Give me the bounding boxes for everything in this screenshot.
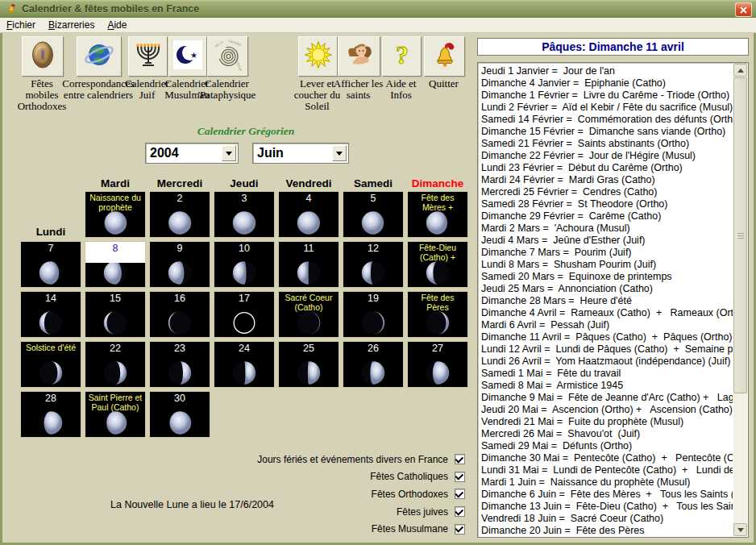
holiday-list-item[interactable]: Mardi 24 Février = Mardi Gras (Catho) (480, 174, 733, 186)
day-number: 23 (150, 343, 210, 354)
calendar-day-cell[interactable]: 14 (20, 291, 81, 338)
calendar-day-cell[interactable]: 9 (149, 241, 210, 288)
holiday-list-item[interactable]: Samedi 1 Mai = Fête du travail (480, 368, 733, 380)
holiday-list-item[interactable]: Lundi 23 Février = Début du Carême (Orth… (480, 162, 733, 174)
holiday-list-item[interactable]: Dimanche 7 Mars = Pourim (Juif) (480, 247, 733, 259)
holiday-list-item[interactable]: Mercredi 25 Février = Cendres (Catho) (480, 186, 733, 198)
holiday-list-item[interactable]: Vendredi 18 Juin = Sacré Coeur (Catho) (480, 513, 733, 525)
calendar-day-cell[interactable]: 30 (149, 391, 210, 438)
calendar-event-cell[interactable]: Solstice d'été (20, 341, 81, 388)
calendar-event-cell[interactable]: Saint Pierre et Paul (Catho) (85, 391, 146, 438)
holiday-list-item[interactable]: Jeudi 4 Mars = Jeûne d'Esther (Juif) (480, 235, 733, 247)
filter-checkbox[interactable] (455, 489, 465, 499)
menu-item-fichier[interactable]: Fichier (0, 19, 42, 31)
calendar-day-cell[interactable]: 4 (278, 191, 339, 238)
calendar-event-cell[interactable]: Naissance du prophète (85, 191, 146, 238)
calendar-day-cell[interactable]: 10 (214, 241, 275, 288)
calendar-day-cell[interactable]: 11 (278, 241, 339, 288)
holiday-list-item[interactable]: Jeudi 20 Mai = Ascencion (Ortho) + Ascen… (480, 404, 733, 416)
event-label: Fête des Pères (408, 293, 467, 312)
holiday-list-item[interactable]: Lundi 8 Mars = Shusham Pourim (Juif) (480, 259, 733, 271)
holiday-list-item[interactable]: Jeudi 1 Janvier = Jour de l'an (480, 65, 733, 77)
holiday-list-item[interactable]: Lundi 2 Février = Aïd el Kebir / Fête du… (480, 102, 733, 114)
filter-checkbox[interactable] (455, 524, 465, 535)
menu-item-bizarreries[interactable]: Bizarreries (42, 19, 101, 31)
holiday-list-item[interactable]: Lundi 12 Avril = Lundi de Pâques (Catho)… (480, 343, 733, 356)
calendar-day-cell[interactable]: 27 (407, 341, 468, 388)
holiday-list-item[interactable]: Samedi 29 Mai = Défunts (Ortho) (480, 440, 733, 452)
holiday-list-item[interactable]: Jeudi 25 Mars = Annonciation (Catho) (480, 283, 733, 295)
calendar-day-cell[interactable]: 5 (343, 191, 404, 238)
filter-checkbox[interactable] (455, 472, 465, 482)
calendar-day-cell[interactable]: 23 (149, 341, 210, 388)
toolbar-button-cherub[interactable] (338, 36, 380, 77)
calendar-day-cell[interactable]: 26 (343, 341, 404, 388)
calendar-day-cell[interactable]: 12 (343, 241, 404, 288)
toolbar-button-question-mark[interactable]: ? (382, 36, 422, 77)
holiday-list-item[interactable]: Dimanche 9 Mai = Fête de Jeanne d'Arc (C… (480, 392, 733, 404)
calendar-event-cell[interactable]: Fête-Dieu (Catho) + (407, 241, 468, 288)
holiday-list-item[interactable]: Vendredi 21 Mai = Fuite du prophète (Mus… (480, 416, 733, 428)
holiday-list-item[interactable]: Dimanche 1 Février = Livre du Carême - T… (480, 89, 733, 102)
calendar-event-cell[interactable]: Fête des Mères + (407, 191, 468, 238)
calendar-day-cell[interactable]: 2 (149, 191, 210, 238)
month-dropdown-arrow-icon[interactable] (332, 145, 347, 161)
calendar-day-cell[interactable]: 3 (214, 191, 275, 238)
holiday-list-item[interactable]: Dimanche 20 Juin = Fête des Pères (480, 525, 733, 535)
holiday-list-item[interactable]: Samedi 20 Mars = Equinoxe de printemps (480, 271, 733, 283)
year-dropdown-arrow-icon[interactable] (222, 145, 236, 161)
filter-checkbox[interactable] (455, 506, 465, 517)
holiday-list-item[interactable]: Dimanche 28 Mars = Heure d'été (480, 295, 733, 307)
scrollbar-thumb[interactable] (733, 77, 747, 393)
calendar-day-cell[interactable]: 19 (343, 291, 404, 338)
calendar-event-cell[interactable]: Fête des Pères (407, 291, 468, 338)
toolbar-button-orthodox-egg[interactable] (22, 36, 64, 77)
year-dropdown[interactable]: 2004 (145, 143, 239, 164)
holiday-list-item[interactable]: Dimanche 29 Février = Carême (Catho) (480, 210, 733, 223)
close-button[interactable] (735, 2, 752, 17)
calendar-day-cell[interactable]: 8 (85, 241, 146, 288)
holiday-list-item[interactable]: Samedi 21 Février = Saints abstinants (O… (480, 138, 733, 150)
calendar-day-cell[interactable]: 28 (20, 391, 81, 438)
event-label: Solstice d'été (21, 343, 81, 352)
holiday-list-item[interactable]: Dimanche 15 Février = Dimanche sans vian… (480, 126, 733, 138)
calendar-day-cell[interactable]: 22 (85, 341, 146, 388)
scrollbar-down-arrow[interactable] (733, 523, 747, 536)
toolbar-button-bell[interactable] (424, 36, 465, 77)
holiday-list-item[interactable]: Dimanche 6 Juin = Fête des Mères + Tous … (480, 489, 733, 501)
holiday-list-item[interactable]: Dimanche 22 Février = Jour de l'Hégire (… (480, 150, 733, 162)
scrollbar[interactable] (733, 64, 747, 536)
calendar-day-cell[interactable]: 24 (214, 341, 275, 388)
holiday-list-item[interactable]: Samedi 14 Février = Commémoration des dé… (480, 114, 733, 126)
filter-checkbox[interactable] (455, 454, 465, 464)
calendar-day-cell[interactable]: 25 (278, 341, 339, 388)
holiday-list-item[interactable]: Mercredi 26 Mai = Shavou'ot (Juif) (480, 428, 733, 440)
scrollbar-up-arrow[interactable] (733, 64, 747, 77)
holiday-list-item[interactable]: Lundi 26 Avril = Yom Haatzmaout (indépen… (480, 356, 733, 368)
calendar-event-cell[interactable]: Sacré Coeur (Catho) (278, 291, 339, 338)
toolbar-button-menorah[interactable] (128, 36, 168, 77)
holiday-list-item[interactable]: Mardi 2 Mars = 'Achoura (Musul) (480, 223, 733, 235)
holiday-list-item[interactable]: Samedi 28 Février = St Theodore (Ortho) (480, 198, 733, 210)
month-dropdown[interactable]: Juin (252, 143, 349, 164)
holiday-list-item[interactable]: Dimanche 13 Juin = Fête-Dieu (Catho) + T… (480, 501, 733, 513)
menu-item-aide[interactable]: Aide (101, 19, 133, 31)
holiday-list-item[interactable]: Mardi 1 Juin = Naissance du prophète (Mu… (480, 476, 733, 489)
toolbar-button-sun[interactable] (298, 36, 338, 77)
calendar-day-cell[interactable]: 7 (20, 241, 81, 288)
filter-row: Jours fériés et événements divers en Fra… (121, 451, 465, 468)
toolbar-button-globe[interactable] (77, 36, 122, 77)
holiday-list-item[interactable]: Samedi 8 Mai = Armistice 1945 (480, 380, 733, 392)
holiday-list-item[interactable]: Dimanche 4 Avril = Rameaux (Catho) + Ram… (480, 307, 733, 319)
toolbar-button-pataphysics-spiral[interactable]: DE LAGRANDEGIDOUILLE (207, 36, 248, 77)
holiday-list-item[interactable]: Dimanche 11 Avril = Pâques (Catho) + Pâq… (480, 331, 733, 343)
holiday-list-item[interactable]: Dimanche 4 Janvier = Epiphanie (Catho) (480, 77, 733, 89)
holiday-list-item[interactable]: Lundi 31 Mai = Lundi de Pentecôte (Catho… (480, 464, 733, 476)
holiday-list-item[interactable]: Dimanche 30 Mai = Pentecôte (Catho) + Pe… (480, 452, 733, 464)
checkmark-icon (455, 455, 463, 464)
holiday-list-item[interactable]: Mardi 6 Avril = Pessah (Juif) (480, 319, 733, 331)
calendar-day-cell[interactable]: 16 (149, 291, 210, 338)
toolbar-button-crescent-star[interactable]: ★ (168, 36, 207, 77)
calendar-day-cell[interactable]: 17 (214, 291, 275, 338)
calendar-day-cell[interactable]: 15 (85, 291, 146, 338)
